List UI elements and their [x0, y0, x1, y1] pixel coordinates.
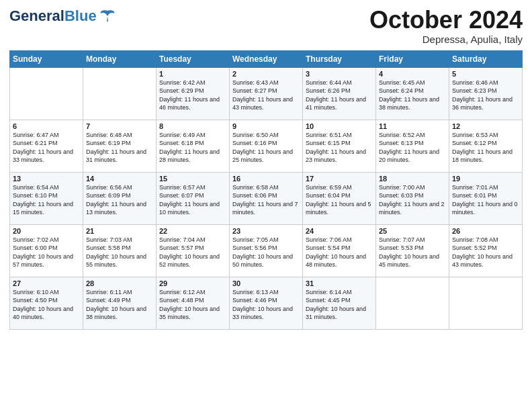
day-number: 15 [159, 175, 226, 183]
logo-bird-icon [98, 7, 117, 26]
day-info: Sunrise: 6:44 AMSunset: 6:26 PMDaylight:… [306, 79, 366, 111]
day-number: 27 [13, 279, 80, 287]
day-info: Sunrise: 6:10 AMSunset: 4:50 PMDaylight:… [13, 289, 73, 321]
day-number: 21 [86, 227, 153, 235]
table-cell: 20Sunrise: 7:02 AMSunset: 6:00 PMDayligh… [10, 224, 83, 277]
table-cell: 21Sunrise: 7:03 AMSunset: 5:58 PMDayligh… [83, 224, 157, 277]
day-info: Sunrise: 7:08 AMSunset: 5:52 PMDaylight:… [452, 236, 513, 269]
day-info: Sunrise: 6:46 AMSunset: 6:23 PMDaylight:… [452, 79, 513, 111]
table-cell: 3Sunrise: 6:44 AMSunset: 6:26 PMDaylight… [303, 67, 376, 120]
day-info: Sunrise: 7:06 AMSunset: 5:54 PMDaylight:… [306, 236, 366, 269]
day-number: 8 [159, 122, 226, 130]
day-number: 30 [232, 279, 300, 287]
col-tuesday: Tuesday [157, 50, 230, 67]
table-cell: 13Sunrise: 6:54 AMSunset: 6:10 PMDayligh… [10, 172, 83, 224]
col-monday: Monday [83, 50, 157, 67]
col-wednesday: Wednesday [230, 50, 303, 67]
week-row-1: 1Sunrise: 6:42 AMSunset: 6:29 PMDaylight… [10, 67, 523, 120]
calendar-table: Sunday Monday Tuesday Wednesday Thursday… [9, 50, 523, 330]
day-info: Sunrise: 6:52 AMSunset: 6:13 PMDaylight:… [379, 132, 439, 164]
table-cell: 8Sunrise: 6:49 AMSunset: 6:18 PMDaylight… [157, 120, 230, 172]
table-cell: 11Sunrise: 6:52 AMSunset: 6:13 PMDayligh… [376, 120, 449, 172]
table-cell: 9Sunrise: 6:50 AMSunset: 6:16 PMDaylight… [230, 120, 303, 172]
day-number: 24 [306, 227, 373, 235]
table-cell: 30Sunrise: 6:13 AMSunset: 4:46 PMDayligh… [230, 277, 303, 329]
day-number: 6 [13, 122, 80, 130]
table-cell: 17Sunrise: 6:59 AMSunset: 6:04 PMDayligh… [303, 172, 376, 224]
day-number: 19 [452, 175, 519, 183]
day-info: Sunrise: 6:49 AMSunset: 6:18 PMDaylight:… [159, 132, 220, 164]
day-number: 18 [379, 175, 446, 183]
logo-general: General [9, 7, 64, 24]
day-info: Sunrise: 6:50 AMSunset: 6:16 PMDaylight:… [232, 132, 293, 164]
col-sunday: Sunday [10, 50, 83, 67]
table-cell: 16Sunrise: 6:58 AMSunset: 6:06 PMDayligh… [230, 172, 303, 224]
header-row: Sunday Monday Tuesday Wednesday Thursday… [10, 50, 523, 67]
table-cell: 14Sunrise: 6:56 AMSunset: 6:09 PMDayligh… [83, 172, 157, 224]
table-cell [83, 67, 157, 120]
table-cell: 24Sunrise: 7:06 AMSunset: 5:54 PMDayligh… [303, 224, 376, 277]
month-title: October 2024 [369, 7, 523, 34]
day-number: 22 [159, 227, 226, 235]
day-number: 7 [86, 122, 153, 130]
table-cell: 25Sunrise: 7:07 AMSunset: 5:53 PMDayligh… [376, 224, 449, 277]
table-cell: 5Sunrise: 6:46 AMSunset: 6:23 PMDaylight… [449, 67, 523, 120]
day-number: 9 [232, 122, 300, 130]
logo: GeneralBlue [9, 7, 117, 26]
day-info: Sunrise: 6:59 AMSunset: 6:04 PMDaylight:… [306, 184, 371, 216]
col-thursday: Thursday [303, 50, 376, 67]
table-cell: 6Sunrise: 6:47 AMSunset: 6:21 PMDaylight… [10, 120, 83, 172]
week-row-4: 20Sunrise: 7:02 AMSunset: 6:00 PMDayligh… [10, 224, 523, 277]
day-info: Sunrise: 6:43 AMSunset: 6:27 PMDaylight:… [232, 79, 293, 111]
day-info: Sunrise: 6:12 AMSunset: 4:48 PMDaylight:… [159, 289, 220, 321]
day-info: Sunrise: 6:13 AMSunset: 4:46 PMDaylight:… [232, 289, 293, 321]
day-info: Sunrise: 6:45 AMSunset: 6:24 PMDaylight:… [379, 79, 439, 111]
day-number: 2 [232, 70, 300, 78]
day-number: 25 [379, 227, 446, 235]
week-row-5: 27Sunrise: 6:10 AMSunset: 4:50 PMDayligh… [10, 277, 523, 329]
day-info: Sunrise: 6:42 AMSunset: 6:29 PMDaylight:… [159, 79, 220, 111]
table-cell: 19Sunrise: 7:01 AMSunset: 6:01 PMDayligh… [449, 172, 523, 224]
table-cell: 10Sunrise: 6:51 AMSunset: 6:15 PMDayligh… [303, 120, 376, 172]
day-info: Sunrise: 6:57 AMSunset: 6:07 PMDaylight:… [159, 184, 220, 216]
day-info: Sunrise: 6:11 AMSunset: 4:49 PMDaylight:… [86, 289, 146, 321]
table-cell: 31Sunrise: 6:14 AMSunset: 4:45 PMDayligh… [303, 277, 376, 329]
week-row-3: 13Sunrise: 6:54 AMSunset: 6:10 PMDayligh… [10, 172, 523, 224]
day-number: 20 [13, 227, 80, 235]
page-header: GeneralBlue October 2024 Depressa, Apuli… [9, 7, 523, 45]
table-cell: 28Sunrise: 6:11 AMSunset: 4:49 PMDayligh… [83, 277, 157, 329]
day-number: 23 [232, 227, 300, 235]
day-info: Sunrise: 7:01 AMSunset: 6:01 PMDaylight:… [452, 184, 518, 216]
day-info: Sunrise: 6:14 AMSunset: 4:45 PMDaylight:… [306, 289, 366, 321]
table-cell: 15Sunrise: 6:57 AMSunset: 6:07 PMDayligh… [157, 172, 230, 224]
day-info: Sunrise: 7:00 AMSunset: 6:03 PMDaylight:… [379, 184, 445, 216]
logo-blue: Blue [64, 7, 97, 24]
day-info: Sunrise: 6:47 AMSunset: 6:21 PMDaylight:… [13, 132, 73, 164]
col-friday: Friday [376, 50, 449, 67]
table-cell [10, 67, 83, 120]
day-number: 3 [306, 70, 373, 78]
table-cell: 29Sunrise: 6:12 AMSunset: 4:48 PMDayligh… [157, 277, 230, 329]
col-saturday: Saturday [449, 50, 523, 67]
day-info: Sunrise: 7:04 AMSunset: 5:57 PMDaylight:… [159, 236, 220, 269]
day-number: 12 [452, 122, 519, 130]
day-number: 26 [452, 227, 519, 235]
day-info: Sunrise: 7:02 AMSunset: 6:00 PMDaylight:… [13, 236, 73, 269]
table-cell: 1Sunrise: 6:42 AMSunset: 6:29 PMDaylight… [157, 67, 230, 120]
day-number: 17 [306, 175, 373, 183]
day-number: 31 [306, 279, 373, 287]
day-info: Sunrise: 6:56 AMSunset: 6:09 PMDaylight:… [86, 184, 146, 216]
day-number: 10 [306, 122, 373, 130]
table-cell [449, 277, 523, 329]
day-number: 16 [232, 175, 300, 183]
day-info: Sunrise: 6:58 AMSunset: 6:06 PMDaylight:… [232, 184, 298, 216]
day-number: 29 [159, 279, 226, 287]
day-info: Sunrise: 6:53 AMSunset: 6:12 PMDaylight:… [452, 132, 513, 164]
table-cell: 12Sunrise: 6:53 AMSunset: 6:12 PMDayligh… [449, 120, 523, 172]
location: Depressa, Apulia, Italy [369, 34, 523, 45]
week-row-2: 6Sunrise: 6:47 AMSunset: 6:21 PMDaylight… [10, 120, 523, 172]
table-cell: 7Sunrise: 6:48 AMSunset: 6:19 PMDaylight… [83, 120, 157, 172]
day-number: 13 [13, 175, 80, 183]
table-cell: 2Sunrise: 6:43 AMSunset: 6:27 PMDaylight… [230, 67, 303, 120]
day-number: 28 [86, 279, 153, 287]
